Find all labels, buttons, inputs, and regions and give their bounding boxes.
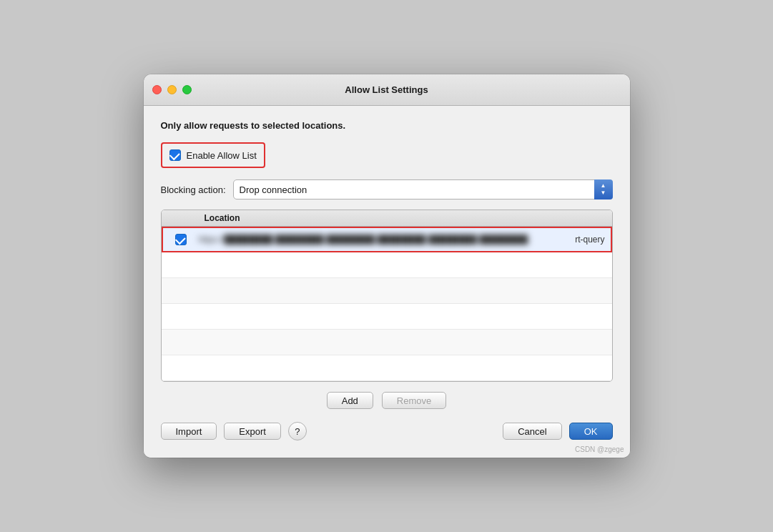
dialog-window: ✕ Allow List Settings Only allow request… [144,74,630,458]
window-body: Only allow requests to selected location… [144,106,630,458]
remove-button[interactable]: Remove [382,392,446,409]
table-row[interactable] [162,252,612,278]
help-button[interactable]: ? [288,422,307,440]
table-header: Location [162,210,612,227]
import-button[interactable]: Import [161,423,217,440]
action-buttons: Add Remove [161,392,613,409]
window-controls: ✕ [152,85,192,94]
add-button[interactable]: Add [327,392,373,409]
table-row[interactable] [162,304,612,330]
row-checkbox[interactable] [175,234,187,245]
bottom-right-buttons: Cancel OK [503,423,612,440]
window-title: Allow List Settings [345,84,428,95]
enable-label: Enable Allow List [187,150,257,161]
row-checkbox-area[interactable] [163,234,199,245]
enable-allow-list-row[interactable]: Enable Allow List [161,142,265,168]
cancel-button[interactable]: Cancel [503,423,561,440]
table-row[interactable] [162,278,612,304]
row-suffix: rt-query [575,235,610,245]
table-row[interactable]: https://████████.████████.████████.█████… [162,227,612,252]
close-button[interactable]: ✕ [152,85,162,94]
blocking-row: Blocking action: Drop connection [161,179,613,200]
blocking-select-wrapper: Drop connection [233,179,613,200]
maximize-button[interactable] [182,85,192,94]
bottom-row: Import Export ? Cancel OK [161,422,613,440]
description-text: Only allow requests to selected location… [161,120,613,131]
blocking-label: Blocking action: [161,184,226,195]
location-table: Location https://████████.████████.█████… [161,210,613,382]
minimize-button[interactable] [167,85,177,94]
watermark: CSDN @zgege [575,445,624,453]
enable-checkbox[interactable] [169,149,181,161]
ok-button[interactable]: OK [569,423,613,440]
titlebar: ✕ Allow List Settings [144,74,630,106]
blocking-select[interactable]: Drop connection [233,179,613,200]
table-row[interactable] [162,355,612,381]
export-button[interactable]: Export [224,423,281,440]
row-location: https://████████.████████.████████.█████… [199,235,576,245]
table-row[interactable] [162,330,612,355]
